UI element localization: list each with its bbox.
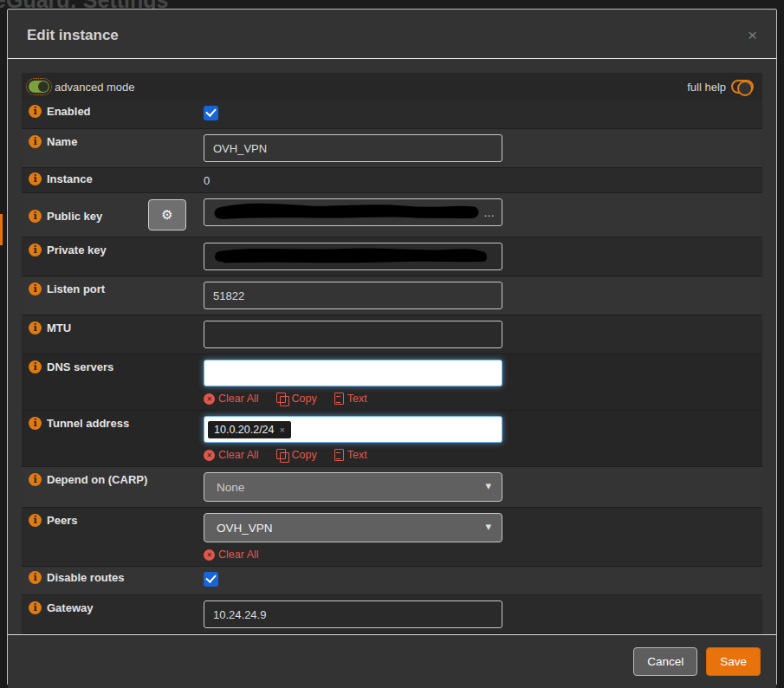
overflow-ellipsis: … — [483, 206, 496, 219]
text-icon — [334, 393, 344, 405]
info-icon — [29, 417, 42, 430]
mtu-label: MTU — [47, 321, 71, 334]
info-icon — [29, 210, 42, 223]
row-mtu: MTU — [22, 315, 762, 354]
tunnel-clear-all-link[interactable]: Clear All — [204, 449, 259, 461]
name-label: Name — [47, 135, 77, 148]
peers-select[interactable]: OVH_VPN ▾ — [204, 513, 502, 542]
disable-routes-label: Disable routes — [47, 571, 125, 584]
generate-key-button[interactable]: ⚙ — [148, 199, 186, 230]
modal-body: advanced mode full help Enabled Name Ins… — [8, 59, 776, 634]
info-icon — [29, 135, 42, 148]
info-icon — [29, 282, 42, 295]
info-icon — [29, 172, 42, 185]
token-remove-icon[interactable]: × — [280, 425, 285, 435]
private-key-input[interactable] — [204, 243, 502, 270]
row-depend-carp: Depend on (CARP) None ▾ — [22, 467, 762, 508]
advanced-mode-label: advanced mode — [55, 81, 135, 94]
modal-footer: Cancel Save — [8, 634, 776, 688]
advanced-mode-control[interactable]: advanced mode — [29, 81, 135, 94]
clear-all-icon — [204, 549, 215, 561]
info-icon — [29, 473, 42, 486]
enabled-label: Enabled — [47, 105, 91, 118]
modal-title: Edit instance — [27, 27, 119, 44]
row-name: Name — [22, 129, 762, 168]
gateway-input[interactable] — [204, 600, 502, 628]
row-instance: Instance 0 — [22, 168, 762, 193]
depend-carp-label: Depend on (CARP) — [47, 473, 147, 486]
selected-value: OVH_VPN — [217, 522, 273, 535]
info-icon — [29, 360, 42, 373]
info-icon — [29, 571, 42, 584]
info-icon — [29, 243, 42, 256]
full-help-control[interactable]: full help — [687, 80, 754, 94]
advanced-help-bar: advanced mode full help — [22, 73, 762, 101]
full-help-label: full help — [687, 81, 726, 94]
cancel-button[interactable]: Cancel — [633, 647, 697, 676]
chevron-down-icon: ▾ — [485, 479, 491, 492]
instance-value: 0 — [204, 172, 210, 187]
row-public-key: Public key ⚙ … — [22, 193, 762, 237]
row-private-key: Private key — [22, 237, 762, 276]
enabled-checkbox[interactable] — [204, 106, 218, 120]
tunnel-address-token: 10.0.20.2/24 × — [208, 421, 291, 438]
copy-icon — [276, 449, 288, 461]
clear-all-icon — [204, 450, 215, 461]
redaction-scribble — [213, 201, 480, 224]
row-dns-servers: DNS servers Clear All Copy Text — [22, 354, 762, 411]
row-peers: Peers OVH_VPN ▾ Clear All — [22, 508, 762, 567]
dns-clear-all-link[interactable]: Clear All — [204, 393, 259, 405]
tunnel-text-link[interactable]: Text — [334, 449, 367, 461]
info-icon — [29, 514, 42, 527]
mtu-input[interactable] — [204, 321, 502, 348]
row-disable-routes: Disable routes — [22, 567, 762, 595]
private-key-label: Private key — [47, 243, 107, 256]
info-icon — [29, 105, 42, 118]
gear-icon: ⚙ — [161, 207, 172, 223]
close-icon[interactable]: × — [748, 29, 757, 42]
selected-value: None — [217, 481, 244, 494]
public-key-input[interactable]: … — [204, 198, 502, 226]
save-button[interactable]: Save — [706, 647, 761, 676]
advanced-mode-toggle-icon[interactable] — [29, 81, 49, 93]
modal-header: Edit instance × — [8, 10, 776, 59]
dns-copy-link[interactable]: Copy — [276, 393, 317, 405]
instance-form: Enabled Name Instance 0 Public key ⚙ — [22, 101, 762, 634]
row-tunnel-address: Tunnel address 10.0.20.2/24 × Clear All … — [22, 411, 762, 467]
row-gateway: Gateway — [22, 595, 762, 634]
peers-label: Peers — [47, 514, 77, 527]
peers-clear-all-link[interactable]: Clear All — [204, 548, 259, 561]
tunnel-copy-link[interactable]: Copy — [276, 449, 317, 461]
edit-instance-modal: Edit instance × advanced mode full help … — [7, 9, 777, 685]
public-key-label: Public key — [47, 210, 102, 223]
depend-carp-select[interactable]: None ▾ — [204, 472, 502, 502]
redaction-scribble — [213, 245, 489, 268]
name-input[interactable] — [204, 134, 502, 162]
row-enabled: Enabled — [22, 101, 762, 129]
clear-all-icon — [204, 393, 215, 405]
chevron-down-icon: ▾ — [485, 520, 491, 533]
gateway-label: Gateway — [47, 601, 93, 614]
copy-icon — [276, 393, 288, 405]
row-listen-port: Listen port — [22, 276, 762, 315]
info-icon — [29, 321, 42, 334]
dns-text-link[interactable]: Text — [334, 393, 367, 405]
full-help-toggle-icon[interactable] — [731, 80, 754, 94]
dns-servers-tokenizer[interactable] — [204, 360, 502, 386]
token-value: 10.0.20.2/24 — [214, 424, 275, 436]
tunnel-address-label: Tunnel address — [47, 417, 129, 430]
text-icon — [334, 449, 344, 461]
instance-label: Instance — [47, 172, 93, 185]
tunnel-address-tokenizer[interactable]: 10.0.20.2/24 × — [204, 416, 502, 443]
listen-port-label: Listen port — [47, 282, 105, 295]
info-icon — [29, 601, 42, 614]
background-accent-bar — [0, 214, 3, 245]
dns-servers-label: DNS servers — [47, 360, 113, 373]
listen-port-input[interactable] — [204, 282, 502, 309]
disable-routes-checkbox[interactable] — [204, 572, 218, 587]
